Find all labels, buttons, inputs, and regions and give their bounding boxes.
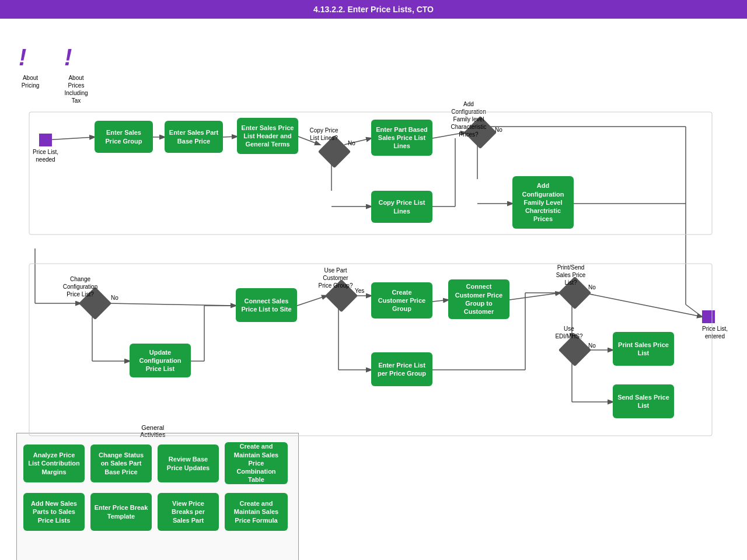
enter-sales-price-list-header-box[interactable]: Enter Sales PriceList Header andGeneral … — [237, 118, 298, 154]
analyze-price-list-contribution-margins-box[interactable]: Analyze PriceList ContributionMargins — [23, 444, 85, 482]
create-customer-price-group-box[interactable]: CreateCustomer PriceGroup — [371, 282, 432, 318]
add-config-char-prices-q-label: AddConfigurationFamily levelCharacterist… — [445, 100, 492, 138]
yes-use-part-label: Yes — [355, 288, 364, 294]
use-edi-mhs-q-label: UseEDI/MHS? — [549, 325, 589, 340]
page-header: 4.13.2.2. Enter Price Lists, CTO — [0, 0, 747, 19]
no-add-config-label: No — [495, 127, 502, 133]
svg-line-2 — [223, 136, 237, 137]
print-send-sales-price-list-q-label: Print/SendSales PriceList? — [547, 264, 594, 286]
no-copy-label: No — [348, 140, 355, 146]
no-change-config-label: No — [111, 295, 118, 301]
header-title: 4.13.2.2. Enter Price Lists, CTO — [313, 5, 434, 14]
connect-sales-price-list-to-site-box[interactable]: Connect SalesPrice List to Site — [236, 288, 297, 322]
connect-customer-price-group-to-customer-box[interactable]: ConnectCustomer PriceGroup toCustomer — [448, 279, 509, 319]
enter-price-list-per-price-group-box[interactable]: Enter Price Listper Price Group — [371, 352, 432, 386]
svg-line-17 — [108, 303, 236, 306]
review-base-price-updates-box[interactable]: Review BasePrice Updates — [158, 444, 219, 482]
send-sales-price-list-box[interactable]: Send Sales PriceList — [613, 384, 674, 418]
svg-line-23 — [297, 296, 327, 306]
enter-sales-part-base-price-box[interactable]: Enter Sales PartBase Price — [165, 121, 223, 153]
enter-price-break-template-box[interactable]: Enter Price BreakTemplate — [90, 493, 152, 531]
copy-price-list-lines-box[interactable]: Copy Price ListLines — [371, 191, 432, 223]
diagram-canvas: ! AboutPricing ! AboutPricesIncludingTax… — [0, 19, 747, 555]
add-config-family-level-prices-box[interactable]: AddConfigurationFamily LevelCharctristic… — [512, 176, 574, 229]
view-price-breaks-per-sales-part-box[interactable]: View PriceBreaks perSales Part — [158, 493, 219, 531]
copy-price-list-lines-q-label: Copy PriceList Lines? — [303, 127, 344, 142]
about-pricing-icon[interactable]: ! — [19, 46, 26, 69]
print-sales-price-list-box[interactable]: Print Sales PriceList — [613, 332, 674, 366]
change-config-price-list-q-label: ChangeConfigurationPrice List? — [58, 275, 102, 298]
create-maintain-sales-price-combination-table-box[interactable]: Create andMaintain SalesPriceCombination… — [225, 442, 288, 484]
create-maintain-sales-price-formula-box[interactable]: Create andMaintain SalesPrice Formula — [225, 493, 288, 531]
svg-line-0 — [46, 137, 95, 140]
end-label: Price List,entered — [694, 325, 735, 340]
svg-line-32 — [584, 293, 702, 317]
about-pricing-label: AboutPricing — [13, 74, 48, 89]
no-edi-label: No — [588, 342, 596, 349]
enter-sales-price-group-box[interactable]: Enter SalesPrice Group — [95, 121, 153, 153]
about-prices-including-tax-label: AboutPricesIncludingTax — [57, 74, 95, 104]
svg-line-26 — [509, 293, 560, 300]
start-label: Price List,needed — [28, 148, 63, 163]
update-configuration-price-list-box[interactable]: UpdateConfigurationPrice List — [130, 344, 191, 377]
start-price-list-needed — [39, 134, 52, 146]
add-new-sales-parts-to-sales-price-lists-box[interactable]: Add New SalesParts to SalesPrice Lists — [23, 493, 85, 531]
use-part-customer-price-group-q-label: Use PartCustomerPrice Group? — [315, 267, 356, 289]
enter-part-based-sales-price-list-lines-box[interactable]: Enter Part BasedSales Price ListLines — [371, 120, 432, 156]
end-price-list-entered — [702, 310, 715, 323]
no-print-send-label: No — [588, 284, 596, 290]
general-activities-title: GeneralActivities — [140, 424, 165, 438]
about-prices-including-tax-icon[interactable]: ! — [64, 46, 72, 69]
svg-line-37 — [686, 304, 702, 317]
svg-line-25 — [432, 300, 448, 302]
change-status-sales-part-base-price-box[interactable]: Change Statuson Sales PartBase Price — [90, 444, 152, 482]
